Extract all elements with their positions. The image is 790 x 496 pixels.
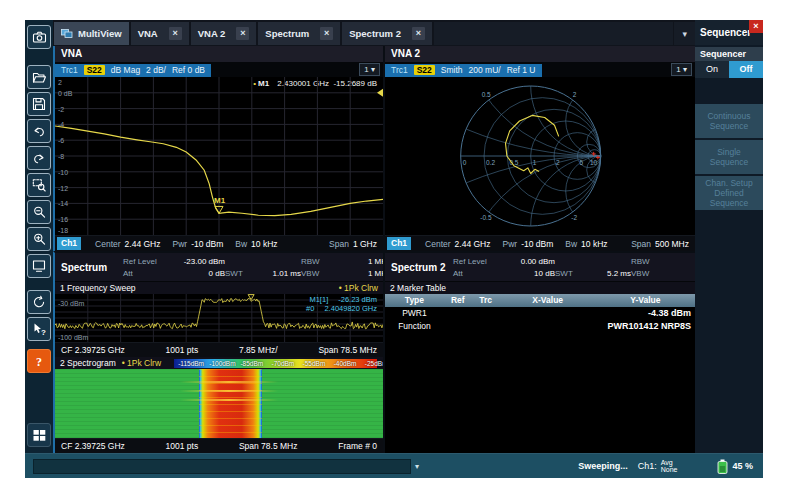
spectrogram-streak: [180, 399, 278, 401]
spectrogram-title: 2 Spectrogram: [60, 358, 116, 368]
battery-icon: [717, 459, 728, 474]
open-folder-icon[interactable]: [27, 65, 51, 89]
column-y-value: Y-Value: [596, 294, 695, 307]
sequencer-on-button[interactable]: On: [695, 61, 729, 78]
spectrogram-footer: CF 2.39725 GHz1001 ptsSpan 78.5 MHzFrame…: [55, 438, 383, 453]
swt-label: SWT: [555, 268, 585, 279]
spectrum2-header[interactable]: Spectrum 2 Ref Level 0.00 dBm RBW 3 MHz …: [385, 253, 695, 282]
smith-chart[interactable]: 00.20.5125100.52-0.5-2: [385, 77, 695, 235]
footer-item: Frame # 0: [338, 441, 377, 451]
display-icon[interactable]: [27, 254, 51, 278]
vna-trace-bar: Trc1 S22 dB Mag 2 dB/ Ref 0 dB 1 ▾: [55, 62, 383, 77]
multiview-icon: [61, 29, 73, 38]
spectrogram-plot[interactable]: [55, 369, 383, 438]
vna2-trace-settings[interactable]: Trc1 S22 Smith 200 mU/ Ref 1 U: [385, 64, 542, 77]
redo-icon[interactable]: [27, 146, 51, 170]
context-help-icon[interactable]: ?: [27, 317, 51, 341]
svg-text:0.5: 0.5: [509, 159, 518, 166]
marker-table: TypeRefTrcX-ValueY-Value PWR1-4.38 dBmFu…: [385, 294, 695, 333]
column-type: Type: [385, 294, 444, 307]
svg-text:-10: -10: [58, 169, 68, 176]
ref-level-value: 0.00 dBm: [497, 256, 555, 267]
tab-vna-2[interactable]: VNA 2×: [191, 22, 257, 45]
left-toolbar: ??: [25, 20, 53, 453]
frequency-sweep-titlebar[interactable]: 1 Frequency Sweep • 1Pk Clrw: [55, 282, 383, 294]
tab-close-icon[interactable]: ×: [169, 27, 182, 40]
vbw-label: VBW: [631, 268, 661, 279]
footer-item: 1001 pts: [166, 345, 199, 355]
close-icon[interactable]: ×: [749, 20, 763, 33]
rbw-label: RBW: [301, 256, 331, 267]
sequencer-section-label: Sequencer: [695, 47, 763, 61]
svg-text:-8: -8: [58, 153, 64, 160]
svg-text:10: 10: [590, 159, 598, 166]
vbw-label: VBW: [301, 268, 331, 279]
spectrum-header[interactable]: Spectrum Ref Level -23.00 dBm RBW 1 MHz …: [55, 253, 383, 282]
trace-ref: Ref 0 dB: [172, 65, 205, 75]
frequency-sweep-plot[interactable]: -30 dBm -100 dBm M1[1]-26.23 dBm#02.4049…: [55, 294, 383, 342]
footer-bw: Bw10 kHz: [565, 239, 607, 249]
tab-spectrum-2[interactable]: Spectrum 2×: [342, 22, 432, 45]
svg-text:1: 1: [533, 159, 537, 166]
status-caret-icon[interactable]: ▾: [411, 462, 423, 471]
zoom-area-icon[interactable]: [27, 173, 51, 197]
colorbar-label: -115dBm: [178, 359, 204, 368]
softkey-single-sequence[interactable]: SingleSequence: [695, 140, 763, 174]
undo-icon[interactable]: [27, 119, 51, 143]
colorbar-label: -40dBm: [334, 359, 357, 368]
zoom-in-icon[interactable]: [27, 227, 51, 251]
tab-close-icon[interactable]: ×: [236, 27, 249, 40]
camera-icon[interactable]: [27, 25, 51, 49]
vna2-window-select[interactable]: 1 ▾: [671, 63, 692, 76]
sparam-badge: S22: [414, 65, 435, 75]
footer-item: 1001 pts: [166, 441, 199, 451]
zoom-out-icon[interactable]: [27, 200, 51, 224]
tab-close-icon[interactable]: ×: [412, 27, 425, 40]
tab-spectrum[interactable]: Spectrum×: [258, 22, 340, 45]
status-message-strip[interactable]: [33, 459, 411, 474]
softkey-continuous-sequence[interactable]: ContinuousSequence: [695, 104, 763, 138]
vna2-channel-footer: Ch1Center2.44 GHzPwr-10 dBmBw10 kHzSpan5…: [385, 235, 695, 251]
windows-icon[interactable]: [27, 423, 51, 447]
sequencer-off-button[interactable]: Off: [729, 61, 763, 78]
sweep-marker-readout: M1[1]-26.23 dBm#02.4049820 GHz: [306, 295, 377, 313]
tab-overflow-caret-icon[interactable]: ▾: [674, 22, 695, 45]
vna2-window-title[interactable]: VNA 2: [385, 46, 695, 62]
help-icon[interactable]: ?: [27, 349, 51, 373]
tab-multiview[interactable]: MultiView: [54, 22, 129, 45]
vna-window-select[interactable]: 1 ▾: [359, 63, 380, 76]
repeat-icon[interactable]: [27, 290, 51, 314]
vna-plot[interactable]: •M1 2.430001 GHz -15.2689 dB 20 dB-2-4-6…: [55, 77, 383, 235]
tab-close-icon[interactable]: ×: [320, 27, 333, 40]
trace-format: dB Mag: [111, 65, 140, 75]
rbw-value: 3 MHz: [661, 256, 695, 267]
vna-trace-settings[interactable]: Trc1 S22 dB Mag 2 dB/ Ref 0 dB: [55, 64, 211, 77]
swt-value: 5.2 ms: [585, 268, 631, 279]
vna-window-title[interactable]: VNA: [55, 46, 383, 62]
avg-status: AvgNone: [661, 459, 678, 474]
colorbar-label: -100dBm: [209, 359, 235, 368]
sweep-status: Sweeping...: [578, 461, 628, 471]
marker-table-titlebar[interactable]: 2 Marker Table: [385, 282, 695, 294]
spectrum2-title: Spectrum 2: [385, 262, 453, 273]
colorbar-label: -70dBm: [271, 359, 294, 368]
save-icon[interactable]: [27, 92, 51, 116]
tab-vna[interactable]: VNA×: [131, 22, 189, 45]
tab-label: VNA: [138, 28, 158, 39]
softkey-chan-setup-defined-sequence[interactable]: Chan. SetupDefinedSequence: [695, 176, 763, 210]
spectrogram-titlebar[interactable]: 2 Spectrogram • 1Pk Clrw -115dBm-100dBm-…: [55, 357, 383, 369]
footer-pwr: Pwr-10 dBm: [172, 239, 223, 249]
svg-text:M1: M1: [214, 196, 226, 205]
tab-label: MultiView: [78, 28, 122, 39]
footer-item: CF 2.39725 GHz: [61, 345, 125, 355]
sweep-y-top-label: -30 dBm: [58, 300, 84, 307]
panel-spectrum: Spectrum Ref Level -23.00 dBm RBW 1 MHz …: [53, 251, 383, 453]
ref-level-value: -23.00 dBm: [167, 256, 225, 267]
channel-badge[interactable]: Ch1: [387, 237, 411, 250]
channel-badge[interactable]: Ch1: [57, 237, 81, 250]
footer-span: Span1 GHz: [329, 239, 377, 249]
att-value: 10 dB: [497, 268, 555, 279]
panel-vna2: VNA 2 Trc1 S22 Smith 200 mU/ Ref 1 U 1 ▾…: [383, 46, 695, 251]
svg-text:2: 2: [58, 79, 62, 86]
svg-text:-2: -2: [571, 214, 577, 221]
